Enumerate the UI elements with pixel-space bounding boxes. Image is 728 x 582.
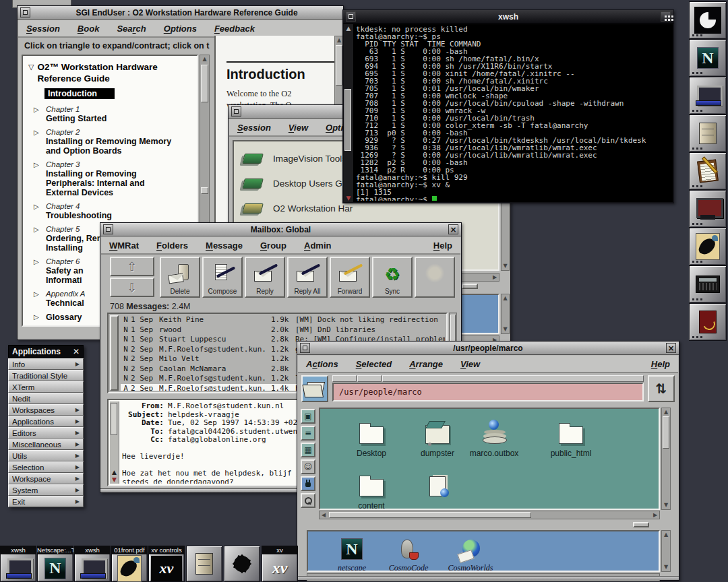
- menu-item-xterm[interactable]: XTerm: [8, 381, 84, 393]
- miniaturize-icon[interactable]: [300, 343, 310, 353]
- path-input[interactable]: /usr/people/marco: [332, 383, 644, 401]
- file-icon-marco-outbox[interactable]: marco.outbox: [462, 414, 526, 459]
- dock-xv-display[interactable]: [689, 190, 727, 228]
- appicon-01front-pdf[interactable]: 01front.pdf: [111, 546, 148, 582]
- list-view-button[interactable]: ≡: [301, 426, 315, 441]
- miniaturize-icon[interactable]: [346, 11, 356, 22]
- toc-item-chapter-4[interactable]: ▷Chapter 4Troubleshooting: [28, 202, 194, 220]
- close-icon[interactable]: ×: [448, 224, 458, 234]
- toc-root[interactable]: ▽O2™ Workstation HardwareReference Guide: [28, 61, 194, 84]
- dock-file-cabinet[interactable]: [689, 115, 727, 152]
- file-pane-scrollbar[interactable]: ▲ ▼: [661, 408, 671, 510]
- menu-item-selection[interactable]: Selection▶: [8, 461, 84, 473]
- dock-clipboard-notes[interactable]: [689, 152, 727, 190]
- fm-titlebar[interactable]: /usr/people/marco ×: [297, 342, 679, 355]
- miniaturize-icon[interactable]: [231, 106, 241, 117]
- scroll-up-icon[interactable]: ▲: [502, 295, 509, 302]
- scroll-left-icon[interactable]: ◀: [320, 512, 328, 519]
- reply-button[interactable]: Reply: [245, 257, 285, 298]
- forward-button[interactable]: Forward: [330, 257, 370, 298]
- triangle-collapsed-icon[interactable]: ▷: [34, 258, 39, 265]
- scroll-down-icon[interactable]: ▼: [344, 195, 353, 201]
- menu-message[interactable]: Message: [206, 240, 243, 251]
- miniaturize-icon[interactable]: [20, 7, 30, 18]
- appicon-ic-sun[interactable]: [224, 546, 260, 582]
- previous-message-button[interactable]: ⇧: [110, 257, 154, 276]
- sync-button[interactable]: ♻Sync: [372, 257, 413, 298]
- menu-view[interactable]: View: [289, 123, 308, 133]
- dock-artwork[interactable]: [689, 228, 727, 265]
- app-icon-cosmocode[interactable]: CosmoCode: [378, 536, 439, 572]
- scroll-up-icon[interactable]: ▲: [662, 409, 670, 416]
- close-icon[interactable]: ×: [666, 343, 676, 353]
- terminal-body[interactable]: ▲ ▼ tkdesk: no process killedfatal@anarc…: [344, 24, 673, 202]
- miniaturize-icon[interactable]: [103, 224, 113, 234]
- menu-item-utils[interactable]: Utils▶: [8, 450, 84, 461]
- terminal-titlebar[interactable]: xwsh: [343, 10, 673, 24]
- menu-arrange[interactable]: Arrange: [409, 359, 443, 369]
- menu-session[interactable]: Session: [237, 123, 271, 133]
- scroll-right-icon[interactable]: ▶: [491, 274, 499, 281]
- menu-session[interactable]: Session: [26, 24, 60, 34]
- menu-item-nedit[interactable]: Nedit: [8, 393, 84, 404]
- terminal-scrollbar[interactable]: ▲ ▼: [344, 24, 353, 202]
- scroll-up-icon[interactable]: ▲: [110, 469, 119, 476]
- selection-scrollbar[interactable]: ▲ ▼: [501, 294, 510, 334]
- app-icon-cosmoworlds[interactable]: CosmoWorlds: [440, 536, 501, 572]
- menu-admin[interactable]: Admin: [304, 240, 331, 251]
- triangle-collapsed-icon[interactable]: ▷: [34, 161, 39, 168]
- menu-item-miscellaneous[interactable]: Miscellaneous▶: [8, 439, 84, 450]
- app-icon-netscape[interactable]: netscape: [322, 536, 382, 572]
- menu-actions[interactable]: Actions: [306, 359, 338, 369]
- sash-handle[interactable]: [462, 284, 478, 289]
- menu-selected[interactable]: Selected: [356, 359, 392, 369]
- path-history-strip[interactable]: [332, 375, 644, 382]
- menu-item-applications[interactable]: Applications▶: [8, 416, 84, 427]
- app-pane-scrollbar[interactable]: ▲ ▼: [661, 530, 671, 572]
- file-icon-dumpster[interactable]: dumpster: [405, 414, 470, 459]
- appicon-xv-controls[interactable]: xv controls: [148, 546, 185, 582]
- menu-group[interactable]: Group: [260, 240, 286, 251]
- triangle-open-icon[interactable]: ▽: [28, 63, 34, 84]
- triangle-collapsed-icon[interactable]: ▷: [34, 290, 39, 298]
- scroll-down-icon[interactable]: ▼: [502, 263, 509, 269]
- appicon-xv[interactable]: xv: [262, 546, 298, 582]
- insight-titlebar[interactable]: SGI EndUser : O2 Workstation Hardware Re…: [18, 6, 343, 20]
- appicon-netscape-ten[interactable]: Netscape:...TEN: [37, 546, 73, 582]
- scroll-down-icon[interactable]: ▼: [662, 564, 670, 571]
- icon-view-button[interactable]: ▣: [301, 409, 315, 424]
- detail-view-button[interactable]: ▦: [301, 443, 315, 457]
- triangle-collapsed-icon[interactable]: ▷: [34, 226, 39, 233]
- menu-titlebar[interactable]: Applications ✕: [8, 345, 84, 358]
- file-icon-unnamed[interactable]: [405, 467, 470, 499]
- file-icon-public-html[interactable]: public_html: [539, 414, 603, 459]
- menu-item-workspace[interactable]: Workspace▶: [8, 473, 84, 484]
- dock-calculator[interactable]: [689, 265, 727, 303]
- connect-button[interactable]: [301, 476, 315, 491]
- menu-help[interactable]: Help: [433, 240, 452, 251]
- menu-item-workspaces[interactable]: Workspaces▶: [8, 404, 84, 416]
- disabled-button[interactable]: [415, 257, 455, 298]
- sash-handle[interactable]: [633, 522, 649, 527]
- triangle-collapsed-icon[interactable]: ▷: [34, 129, 39, 136]
- menu-item-traditional-style[interactable]: Traditional Style: [8, 370, 84, 381]
- scroll-up-icon[interactable]: ▲: [344, 25, 353, 32]
- dock-mail-book[interactable]: [689, 303, 727, 341]
- scroll-down-icon[interactable]: ▼: [662, 502, 670, 509]
- triangle-collapsed-icon[interactable]: ▷: [34, 106, 39, 113]
- scroll-up-icon[interactable]: ▲: [662, 531, 670, 538]
- refresh-button[interactable]: ⇅: [648, 375, 675, 402]
- reply-all-button[interactable]: Reply All: [287, 257, 328, 298]
- file-icon-content[interactable]: content: [339, 467, 404, 510]
- menu-item-system[interactable]: System▶: [8, 484, 84, 496]
- appicon-xwsh[interactable]: xwsh: [0, 546, 36, 582]
- dock-terminal-monitor[interactable]: [689, 77, 727, 115]
- dock-netscape[interactable]: [689, 39, 727, 77]
- triangle-collapsed-icon[interactable]: ▷: [34, 313, 39, 321]
- delete-button[interactable]: Delete: [160, 257, 200, 298]
- file-pane-hscrollbar[interactable]: ◀ ▶: [319, 511, 660, 519]
- menu-item-info[interactable]: Info▶: [8, 358, 84, 370]
- menu-feedback[interactable]: Feedback: [214, 24, 255, 34]
- file-icon-pane[interactable]: Desktopdumpstermarco.outboxpublic_htmlco…: [319, 408, 660, 510]
- menu-options[interactable]: Options: [164, 24, 197, 34]
